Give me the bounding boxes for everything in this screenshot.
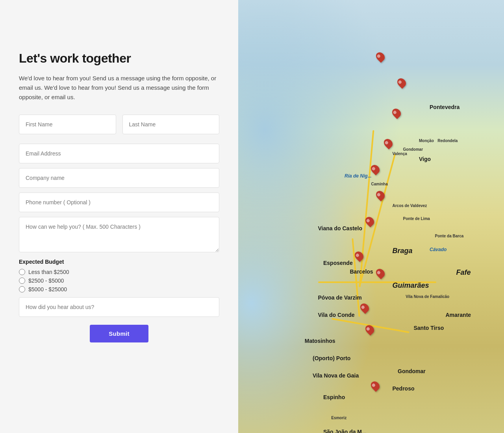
map-pin-2 — [390, 107, 402, 119]
map-label-5: Matosinhos — [305, 338, 335, 344]
map-label-11: Pedroso — [393, 385, 415, 392]
budget-label: Expected Budget — [19, 259, 219, 265]
budget-option-1[interactable]: Less than $2500 — [19, 269, 219, 275]
map-label-27: Vigo — [419, 156, 431, 162]
map-label-28: Gondomar — [403, 147, 423, 152]
email-input[interactable] — [19, 144, 219, 163]
map-label-21: Arcos de Valdevez — [393, 204, 427, 208]
map-pin-8 — [374, 267, 386, 279]
map-label-13: Santo Tirso — [414, 325, 444, 331]
map-label-4: Vila do Conde — [318, 312, 355, 318]
map-label-19: Ponte de Lima — [403, 216, 430, 221]
map-pin-0 — [374, 50, 386, 63]
map-label-18: Viana do Castelo — [318, 225, 363, 231]
map-road-5 — [352, 238, 360, 317]
phone-group — [19, 192, 219, 212]
map-background: BragaGuimarãesFafePóvoa de VarzimVila do… — [238, 0, 504, 433]
map-label-10: São João da M... — [323, 429, 367, 433]
map-label-15: Vila Nova de Famalicão — [406, 294, 449, 299]
map-label-29: Cávado — [430, 247, 447, 252]
budget-option-1-label: Less than $2500 — [28, 269, 69, 275]
budget-option-2-label: $2500 - $5000 — [28, 278, 64, 284]
map-road-1 — [359, 130, 374, 287]
map-pin-3 — [382, 137, 395, 149]
page-wrapper: Let's work together We'd love to hear fr… — [0, 0, 504, 433]
map-label-12: Gondomar — [398, 368, 426, 374]
map-pin-9 — [358, 302, 371, 314]
page-description: We'd love to hear from you! Send us a me… — [19, 74, 219, 102]
map-label-20: Ponte da Barca — [435, 234, 464, 238]
map-label-0: Braga — [393, 247, 413, 255]
message-textarea[interactable] — [19, 217, 219, 252]
first-name-input[interactable] — [19, 115, 116, 134]
map-label-2: Fafe — [456, 268, 471, 277]
message-group — [19, 217, 219, 252]
first-name-group — [19, 115, 116, 134]
map-label-25: Pontevedra — [430, 104, 460, 110]
map-label-9: Esmoriz — [331, 416, 346, 420]
last-name-group — [122, 115, 220, 134]
company-group — [19, 168, 219, 188]
map-pin-11 — [369, 379, 381, 392]
contact-form: Expected Budget Less than $2500 $2500 - … — [19, 115, 219, 342]
map-label-7: Vila Nova de Gaia — [313, 372, 359, 379]
map-pin-1 — [395, 76, 408, 89]
phone-input[interactable] — [19, 192, 219, 212]
map-label-17: Esposende — [323, 260, 353, 266]
page-title: Let's work together — [19, 51, 219, 66]
map-label-30: Ría de Nig... — [345, 173, 372, 179]
hear-about-group — [19, 297, 219, 317]
hear-about-input[interactable] — [19, 297, 219, 317]
map-road-3 — [318, 281, 436, 283]
map-label-24: Caminha — [371, 182, 388, 186]
budget-option-3-label: $5000 - $25000 — [28, 286, 67, 292]
email-group — [19, 144, 219, 163]
submit-button[interactable]: Submit — [90, 325, 148, 342]
map-label-3: Póvoa de Varzim — [318, 294, 362, 301]
map-label-26: Redondela — [437, 139, 458, 143]
right-panel: BragaGuimarãesFafePóvoa de VarzimVila do… — [238, 0, 504, 433]
budget-section: Expected Budget Less than $2500 $2500 - … — [19, 259, 219, 292]
last-name-input[interactable] — [122, 115, 220, 134]
budget-radio-2[interactable] — [19, 278, 25, 284]
budget-option-2[interactable]: $2500 - $5000 — [19, 278, 219, 284]
left-panel: Let's work together We'd love to hear fr… — [0, 0, 238, 433]
company-input[interactable] — [19, 168, 219, 188]
budget-radio-3[interactable] — [19, 286, 25, 292]
map-label-6: (Oporto) Porto — [313, 355, 350, 361]
map-label-14: Amarante — [446, 312, 471, 318]
map-label-8: Espinho — [323, 394, 345, 400]
name-row — [19, 115, 219, 139]
budget-option-3[interactable]: $5000 - $25000 — [19, 286, 219, 292]
map-label-23: Monção — [419, 139, 434, 143]
budget-radio-1[interactable] — [19, 269, 25, 275]
